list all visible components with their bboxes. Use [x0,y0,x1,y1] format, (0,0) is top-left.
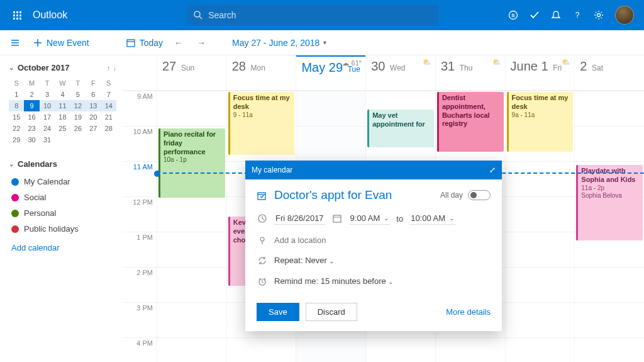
day-header[interactable]: 2 Sat [574,55,644,90]
minical-day[interactable] [70,134,86,145]
svg-rect-20 [127,40,135,47]
next-week-button[interactable]: → [194,38,208,48]
minical-day[interactable]: 30 [24,134,39,145]
user-avatar[interactable] [615,6,634,25]
search-box[interactable] [187,5,438,25]
day-header[interactable]: 30 Wed ⛅ [365,55,435,90]
calendar-event[interactable]: Dentist appointment, Bucharts local regi… [437,92,504,152]
minical-day[interactable] [86,134,101,145]
minical-day[interactable]: 2 [24,89,39,100]
mini-calendar[interactable]: SMTWTFS123456789101112131415161718192021… [9,77,116,145]
minical-day[interactable]: 6 [86,89,101,100]
day-header[interactable]: 27 Sun [157,55,226,90]
end-time-select[interactable]: 10:00 AM ⌄ [409,212,455,225]
minical-day[interactable]: 22 [9,123,24,134]
minical-day[interactable]: 25 [55,123,70,134]
calendar-event[interactable]: Piano recital for friday performance10a … [158,128,225,198]
today-button[interactable]: Today [126,38,163,48]
minical-day[interactable]: 13 [86,100,101,111]
more-details-link[interactable]: More details [446,307,491,317]
minical-day[interactable]: 11 [55,100,70,111]
minical-day[interactable]: 9 [24,100,39,111]
calendar-picker-icon[interactable] [331,213,343,224]
minical-day[interactable]: 29 [9,134,24,145]
minical-day[interactable]: 3 [40,89,55,100]
notifications-icon[interactable] [551,10,561,21]
minical-day[interactable]: 31 [40,134,55,145]
mini-calendar-header[interactable]: ⌄ October 2017 ↑ ↓ [9,63,116,72]
location-input[interactable] [274,235,491,245]
calendar-event[interactable]: Playdate with Sophia and Kids11a - 2pSop… [576,165,643,240]
toolbar: New Event Today ← → May 27 - June 2, 201… [0,30,644,55]
start-time-select[interactable]: 9:00 AM ⌄ [349,212,391,225]
day-header[interactable]: 31 Thu ⛅ [435,55,505,90]
minical-day[interactable]: 15 [9,111,24,123]
calendars-header[interactable]: ⌄ Calendars [9,159,116,169]
minical-day[interactable]: 17 [40,111,55,123]
minical-day[interactable]: 4 [55,89,70,100]
minical-day[interactable]: 12 [70,100,86,111]
svg-rect-4 [16,14,18,16]
time-label: 1 PM [123,232,157,267]
event-title-input[interactable]: Doctor's appt for Evan [274,188,440,202]
day-column[interactable]: Playdate with Sophia and Kids11a - 2pSop… [574,91,644,362]
settings-icon[interactable] [594,10,604,21]
minical-day[interactable]: 23 [24,123,39,134]
minical-day[interactable]: 5 [70,89,86,100]
svg-rect-7 [16,18,18,20]
help-icon[interactable]: ? [572,10,582,21]
tasks-icon[interactable] [530,10,540,21]
calendar-event[interactable]: Focus time at my desk9a - 11a [507,92,574,152]
svg-point-9 [194,11,200,17]
minical-day[interactable]: 7 [101,89,116,100]
day-header[interactable]: 28 Mon [226,55,296,90]
minical-day[interactable]: 18 [55,111,70,123]
minical-day[interactable]: 14 [101,100,116,111]
minical-day[interactable]: 19 [70,111,86,123]
search-input[interactable] [208,10,432,20]
day-header[interactable]: May 29 Tue ☁ 61° [296,55,365,90]
minical-day[interactable]: 21 [101,111,116,123]
save-button[interactable]: Save [257,303,299,321]
minical-day[interactable]: 8 [9,100,24,111]
new-event-label: New Event [47,38,89,48]
menu-toggle-icon[interactable] [5,37,25,48]
minical-day[interactable] [55,134,70,145]
all-day-toggle[interactable] [468,190,491,200]
day-column[interactable]: Focus time at my desk9a - 11a [505,91,575,362]
next-month-button[interactable]: ↓ [113,64,117,72]
discard-button[interactable]: Discard [306,303,357,321]
reminder-select[interactable]: Remind me: 15 minutes before ⌄ [274,276,393,286]
minical-day[interactable]: 28 [101,123,116,134]
minical-day[interactable] [101,134,116,145]
event-date-picker[interactable]: Fri 8/26/2017 [274,212,325,225]
minical-day[interactable]: 20 [86,111,101,123]
popup-calendar-selector[interactable]: My calendar ⌄ [252,166,300,174]
minical-day[interactable]: 16 [24,111,39,123]
date-range-picker[interactable]: May 27 - June 2, 2018 ▾ [232,38,326,48]
calendar-list-item[interactable]: Social [9,189,116,205]
chevron-down-icon: ⌄ [295,167,300,174]
new-event-button[interactable]: New Event [33,38,89,48]
skype-icon[interactable]: S [508,10,518,21]
calendar-event[interactable]: Focus time at my desk9 - 11a [228,92,295,155]
minical-day[interactable]: 26 [70,123,86,134]
prev-month-button[interactable]: ↑ [107,64,111,72]
day-header[interactable]: June 1 Fri ⛅ [505,55,575,90]
calendar-list-item[interactable]: Public holidays [9,221,116,237]
day-column[interactable]: Piano recital for friday performance10a … [157,91,226,362]
repeat-select[interactable]: Repeat: Never ⌄ [274,256,334,265]
calendar-event[interactable]: May vet appointment for [367,110,434,147]
minical-day[interactable]: 10 [40,100,55,111]
repeat-icon [257,256,268,266]
prev-week-button[interactable]: ← [172,38,186,48]
svg-rect-1 [16,11,18,13]
minical-day[interactable]: 24 [40,123,55,134]
calendar-list-item[interactable]: My Calendar [9,174,116,189]
minical-day[interactable]: 27 [86,123,101,134]
add-calendar-button[interactable]: Add calendar [9,237,116,252]
calendar-list-item[interactable]: Personal [9,205,116,221]
expand-icon[interactable]: ⤢ [489,166,496,174]
minical-day[interactable]: 1 [9,89,24,100]
app-launcher-icon[interactable] [5,9,30,21]
